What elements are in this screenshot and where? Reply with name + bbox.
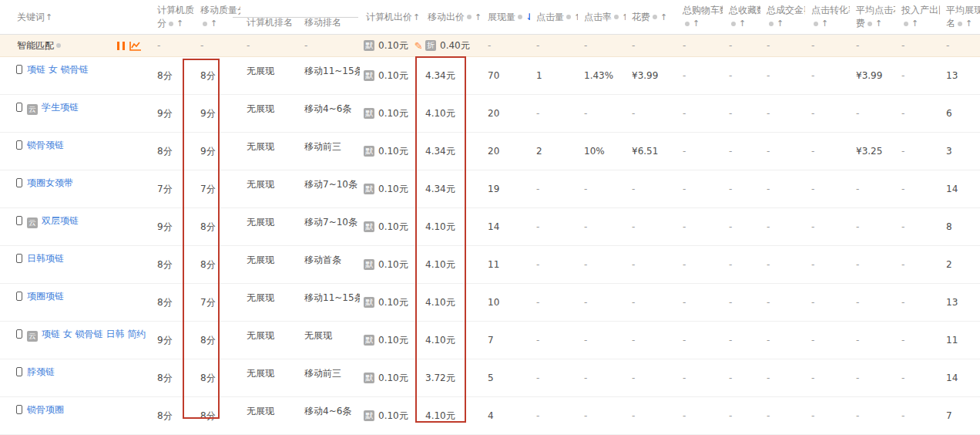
trend-chart-icon[interactable] bbox=[129, 41, 142, 51]
cell-mobile_bid[interactable]: 4.34元 bbox=[421, 133, 482, 170]
col-header-avg_rank[interactable]: 平均展现排名↑ bbox=[940, 0, 980, 34]
col-header-pc_bid[interactable]: 计算机出价↑ bbox=[360, 0, 421, 34]
cell-pc_bid[interactable]: 默0.10元 bbox=[360, 397, 421, 434]
help-icon[interactable] bbox=[169, 22, 173, 26]
cell-mobile_bid[interactable]: 4.10元 bbox=[421, 284, 482, 321]
help-icon[interactable] bbox=[653, 15, 657, 19]
cell-gmv: - bbox=[760, 322, 805, 359]
cell-mobile_bid[interactable]: 4.34元 bbox=[421, 57, 482, 94]
keyword-link[interactable]: 锁骨颈链 bbox=[27, 140, 64, 150]
sort-asc-icon[interactable]: ↑ bbox=[875, 17, 882, 30]
cell-value: - bbox=[767, 40, 770, 51]
cell-pc_rank: 无展现 bbox=[240, 57, 298, 94]
edit-bid-icon[interactable]: ✎ bbox=[414, 40, 421, 52]
cell-clicks: - bbox=[530, 397, 578, 434]
cell-pc_bid[interactable]: 默0.10元✎ bbox=[360, 35, 421, 56]
cell-mobile_bid[interactable]: 4.10元 bbox=[421, 322, 482, 359]
cell-mobile_bid[interactable]: 4.10元 bbox=[421, 208, 482, 245]
keyword-row: 项圈项链8分7分无展现移动11~15条默0.10元4.10元10--------… bbox=[0, 284, 980, 322]
rank-group-divider bbox=[233, 17, 358, 18]
keyword-link[interactable]: 双层项链 bbox=[42, 215, 79, 226]
col-header-pc_quality[interactable]: 计算机质量分↑ bbox=[151, 0, 194, 34]
keyword-link[interactable]: 项圈项链 bbox=[27, 291, 64, 302]
cell-pc_bid[interactable]: 默0.10元 bbox=[360, 133, 421, 170]
help-icon[interactable] bbox=[56, 43, 61, 48]
keyword-link[interactable]: 项链 女 锁骨链 日韩 简约 bbox=[42, 329, 146, 339]
help-icon[interactable] bbox=[868, 22, 872, 26]
sort-asc-icon[interactable]: ↑ bbox=[45, 11, 52, 24]
col-header-ctr[interactable]: 点击率↑ bbox=[578, 0, 626, 34]
col-header-cost[interactable]: 花费↑ bbox=[626, 0, 676, 34]
sort-asc-icon[interactable]: ↑ bbox=[821, 17, 828, 30]
col-header-keyword[interactable]: 关键词↑ bbox=[0, 0, 151, 34]
help-icon[interactable] bbox=[814, 22, 818, 26]
col-header-favorites[interactable]: 总收藏数↑ bbox=[723, 0, 760, 34]
keyword-link[interactable]: 项链 女 锁骨链 bbox=[27, 64, 89, 75]
sort-asc-icon[interactable]: ↑ bbox=[965, 17, 972, 30]
help-icon[interactable] bbox=[904, 22, 908, 26]
help-icon[interactable] bbox=[958, 22, 962, 26]
help-icon[interactable] bbox=[203, 22, 207, 26]
cell-pc_bid[interactable]: 默0.10元 bbox=[360, 57, 421, 94]
cell-mobile_quality: 9分 bbox=[194, 95, 240, 132]
sort-asc-icon[interactable]: ↑ bbox=[176, 17, 183, 30]
keyword-link[interactable]: 日韩项链 bbox=[27, 253, 64, 264]
cell-pc_bid[interactable]: 默0.10元 bbox=[360, 322, 421, 359]
col-header-gmv[interactable]: 总成交金额↑ bbox=[760, 0, 805, 34]
keyword-link[interactable]: 脖颈链 bbox=[27, 366, 55, 377]
cell-pc_bid[interactable]: 默0.10元 bbox=[360, 246, 421, 283]
help-icon[interactable] bbox=[518, 15, 522, 19]
cell-pc_bid[interactable]: 默0.10元 bbox=[360, 208, 421, 245]
cell-mobile_bid[interactable]: 4.10元 bbox=[421, 397, 482, 434]
cell-mobile_bid[interactable]: 4.10元 bbox=[421, 246, 482, 283]
col-header-avg_cpc[interactable]: 平均点击花费↑ bbox=[850, 0, 895, 34]
help-icon[interactable] bbox=[467, 15, 472, 19]
col-header-impressions[interactable]: 展现量↓ bbox=[482, 0, 530, 34]
help-icon[interactable] bbox=[566, 15, 571, 19]
cell-cost: ¥3.99 bbox=[626, 57, 676, 94]
help-icon[interactable] bbox=[731, 22, 736, 26]
cell-mobile_quality: 9分 bbox=[194, 133, 240, 170]
col-header-mobile_bid[interactable]: 移动出价↑ bbox=[421, 0, 482, 34]
cell-mobile_bid[interactable]: 4.10元 bbox=[421, 95, 482, 132]
cell-pc_bid[interactable]: 默0.10元 bbox=[360, 170, 421, 207]
sort-asc-icon[interactable]: ↑ bbox=[739, 17, 746, 30]
help-icon[interactable] bbox=[769, 22, 774, 26]
cell-pc_bid[interactable]: 默0.10元 bbox=[360, 359, 421, 396]
cell-mobile_bid[interactable]: 折0.40元 bbox=[421, 35, 482, 56]
pause-icon[interactable] bbox=[117, 42, 125, 50]
cell-gmv: - bbox=[760, 208, 805, 245]
col-header-clicks[interactable]: 点击量↑ bbox=[530, 0, 578, 34]
cell-pc_bid[interactable]: 默0.10元 bbox=[360, 284, 421, 321]
sort-asc-icon[interactable]: ↑ bbox=[660, 11, 667, 24]
col-header-conversion[interactable]: 点击转化率↑ bbox=[805, 0, 850, 34]
keyword-link[interactable]: 学生项链 bbox=[42, 102, 79, 113]
cell-cost: - bbox=[626, 170, 676, 207]
cell-mobile_quality: 8分 bbox=[194, 208, 240, 245]
default-bid-badge: 默 bbox=[364, 410, 374, 421]
keyword-link[interactable]: 锁骨项圈 bbox=[27, 404, 64, 415]
cell-pc_rank: 无展现 bbox=[240, 322, 298, 359]
sort-asc-icon[interactable]: ↑ bbox=[413, 11, 420, 24]
cell-mobile_bid[interactable]: 4.34元 bbox=[421, 170, 482, 207]
keyword-link[interactable]: 项圈女颈带 bbox=[27, 177, 73, 188]
sort-asc-icon[interactable]: ↑ bbox=[210, 17, 217, 30]
cell-mobile_bid[interactable]: 3.72元 bbox=[421, 359, 482, 396]
cell-value: - bbox=[632, 259, 635, 270]
help-icon[interactable] bbox=[614, 15, 619, 19]
cell-value: - bbox=[632, 373, 635, 383]
sort-asc-icon[interactable]: ↑ bbox=[911, 17, 918, 30]
cell-carts: - bbox=[676, 57, 723, 94]
cell-value: - bbox=[584, 297, 587, 308]
cell-value: - bbox=[584, 410, 587, 421]
cell-pc_bid[interactable]: 默0.10元 bbox=[360, 95, 421, 132]
sort-asc-icon[interactable]: ↑ bbox=[777, 17, 784, 30]
help-icon[interactable] bbox=[685, 22, 690, 26]
cell-conversion: - bbox=[805, 57, 850, 94]
col-header-carts[interactable]: 总购物车数↑ bbox=[676, 0, 723, 34]
sort-asc-icon[interactable]: ↑ bbox=[475, 11, 482, 24]
keyword-bidding-table: 关键词↑计算机质量分↑移动质量分↑计算机排名移动排名计算机出价↑移动出价↑展现量… bbox=[0, 0, 980, 435]
col-header-roi[interactable]: 投入产出比↑ bbox=[895, 0, 940, 34]
sort-asc-icon[interactable]: ↑ bbox=[693, 17, 700, 30]
keyword-cell: 脖颈链 bbox=[0, 359, 151, 396]
